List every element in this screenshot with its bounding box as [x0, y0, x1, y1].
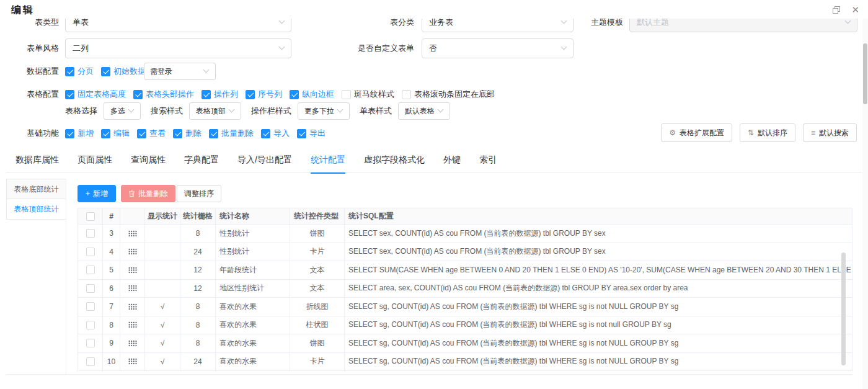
select-all-checkbox[interactable]	[86, 212, 95, 221]
checkbox-label: 查看	[149, 128, 166, 139]
checkbox-fixed-table-height[interactable]: 固定表格高度	[65, 89, 126, 100]
checkbox-action-column[interactable]: 操作列	[202, 89, 238, 100]
page-scrollbar-thumb[interactable]	[863, 43, 867, 104]
default-search-button[interactable]: ≡默认搜索	[803, 123, 857, 142]
row-select-cell[interactable]	[78, 225, 103, 243]
tab-foreign-key[interactable]: 外键	[443, 154, 461, 174]
row-drag-cell[interactable]	[120, 334, 145, 353]
checkbox-box	[137, 129, 146, 138]
checkbox-vertical-border[interactable]: 纵向边框	[290, 89, 334, 100]
field-action-bar-style: 操作栏样式更多下拉	[251, 102, 350, 120]
row-drag-cell[interactable]	[120, 280, 145, 298]
tab-page-props[interactable]: 页面属性	[78, 154, 112, 174]
row-drag-cell[interactable]	[120, 243, 145, 262]
row-select-cell[interactable]	[78, 261, 103, 280]
header-widget: 统计控件类型	[290, 208, 345, 225]
tab-index[interactable]: 索引	[479, 154, 497, 174]
side-tab-table-top-stat[interactable]: 表格顶部统计	[6, 199, 66, 220]
tab-query-props[interactable]: 查询属性	[131, 154, 166, 174]
table-select-mode-value: 多选	[110, 106, 125, 117]
checkbox-batch-delete[interactable]: 批量删除	[209, 128, 254, 139]
row-checkbox[interactable]	[86, 321, 95, 329]
checkbox-pagination[interactable]: 分页	[65, 66, 94, 77]
dialog-title: 编辑	[11, 4, 35, 17]
checkbox-import[interactable]: 导入	[261, 128, 290, 139]
row-checkbox[interactable]	[86, 229, 95, 238]
checkbox-edit[interactable]: 编辑	[101, 128, 130, 139]
checkbox-scrollbar-fixed-bottom[interactable]: 表格滚动条固定在底部	[402, 89, 495, 100]
table-body: 38性别统计饼图SELECT sex, COUNT(id) AS cou FRO…	[78, 225, 852, 371]
close-icon[interactable]: ✕	[851, 6, 859, 14]
single-table-style-select[interactable]: 默认表格	[398, 102, 450, 120]
header-index: #	[103, 208, 120, 225]
tab-virtual-field-format[interactable]: 虚拟字段格式化	[364, 154, 425, 174]
tab-db-props[interactable]: 数据库属性	[16, 154, 59, 174]
table-scrollbar-thumb[interactable]	[841, 253, 846, 365]
row-checkbox[interactable]	[86, 339, 95, 347]
side-tab-table-bottom-stat[interactable]: 表格底部统计	[6, 179, 66, 199]
row-select-cell[interactable]	[78, 316, 103, 335]
row-select-cell[interactable]	[78, 280, 103, 298]
row-show-cell	[145, 280, 180, 298]
row-select-cell[interactable]	[78, 334, 103, 353]
form-style-select[interactable]: 二列	[65, 38, 291, 58]
filter-icon: ≡	[811, 128, 815, 137]
row-drag-cell[interactable]	[120, 353, 145, 372]
row-show-cell: √	[145, 334, 180, 353]
drag-handle-icon	[128, 358, 137, 365]
tab-dict-config[interactable]: 字典配置	[184, 154, 219, 174]
row-name-cell: 地区性别统计	[216, 280, 290, 298]
add-button[interactable]: + 新增	[78, 185, 116, 202]
batch-delete-button[interactable]: 批量删除	[121, 185, 175, 202]
checkbox-delete[interactable]: 删除	[173, 128, 202, 139]
checkbox-view[interactable]: 查看	[137, 128, 166, 139]
header-show: 显示统计	[145, 208, 180, 225]
checkbox-index-column[interactable]: 序号列	[246, 89, 282, 100]
row-drag-cell[interactable]	[120, 225, 145, 243]
table-select-mode-label: 表格选择	[65, 105, 97, 117]
row-checkbox[interactable]	[86, 248, 95, 256]
table-style-fields: 表格选择多选搜索样式表格顶部操作栏样式更多下拉单表样式默认表格	[65, 102, 450, 120]
tab-import-export-config[interactable]: 导入/导出配置	[237, 154, 292, 174]
chevron-down-icon	[846, 19, 851, 24]
row-select-cell[interactable]	[78, 353, 103, 372]
checkbox-export[interactable]: 导出	[297, 128, 326, 139]
row-checkbox[interactable]	[86, 357, 95, 366]
checkbox-box	[402, 90, 411, 99]
row-name-cell: 性别统计	[216, 243, 290, 262]
table-extend-config-button[interactable]: ⚙表格扩展配置	[661, 123, 732, 142]
header-select-all[interactable]	[78, 208, 103, 225]
row-select-cell[interactable]	[78, 243, 103, 262]
action-bar-style-select[interactable]: 更多下拉	[298, 102, 350, 120]
row-select-cell[interactable]	[78, 298, 103, 316]
tab-bar: 数据库属性页面属性查询属性字典配置导入/导出配置统计配置虚拟字段格式化外键索引	[16, 154, 497, 174]
row-drag-cell[interactable]	[120, 261, 145, 280]
table-select-mode-select[interactable]: 多选	[104, 102, 141, 120]
table-config-buttons: ⚙表格扩展配置⇅默认排序≡默认搜索	[661, 123, 857, 142]
login-mode-select[interactable]: 需登录	[144, 63, 216, 80]
row-widget-cell: 文本	[290, 261, 345, 280]
checkbox-zebra-style[interactable]: 斑马纹样式	[342, 89, 394, 100]
tab-stat-config[interactable]: 统计配置	[311, 154, 345, 174]
checkbox-table-header-actions[interactable]: 表格头部操作	[133, 89, 194, 100]
row-checkbox[interactable]	[86, 302, 95, 311]
drag-handle-icon	[128, 230, 137, 237]
fullscreen-icon[interactable]	[833, 6, 840, 14]
panel-bottom-divider	[6, 374, 852, 375]
row-name-cell: 喜欢的水果	[216, 353, 290, 372]
search-style-label: 搜索样式	[151, 105, 183, 117]
header-name: 统计名称	[216, 208, 290, 225]
search-style-select[interactable]: 表格顶部	[189, 102, 241, 120]
row-drag-cell[interactable]	[120, 316, 145, 335]
checkbox-add[interactable]: 新增	[65, 128, 94, 139]
row-checkbox[interactable]	[86, 266, 95, 274]
adjust-order-button[interactable]: 调整排序	[177, 185, 221, 202]
custom-form-select[interactable]: 否	[422, 38, 574, 58]
header-grid: 统计栅格	[180, 208, 216, 225]
row-drag-cell[interactable]	[120, 298, 145, 316]
checkbox-label: 斑马纹样式	[354, 89, 394, 100]
table-row: 8√8喜欢的水果柱状图SELECT sg, COUNT(id) AS cou F…	[78, 316, 852, 335]
row-checkbox[interactable]	[86, 284, 95, 293]
checkbox-label: 编辑	[113, 128, 130, 139]
default-sort-button[interactable]: ⇅默认排序	[740, 123, 795, 142]
